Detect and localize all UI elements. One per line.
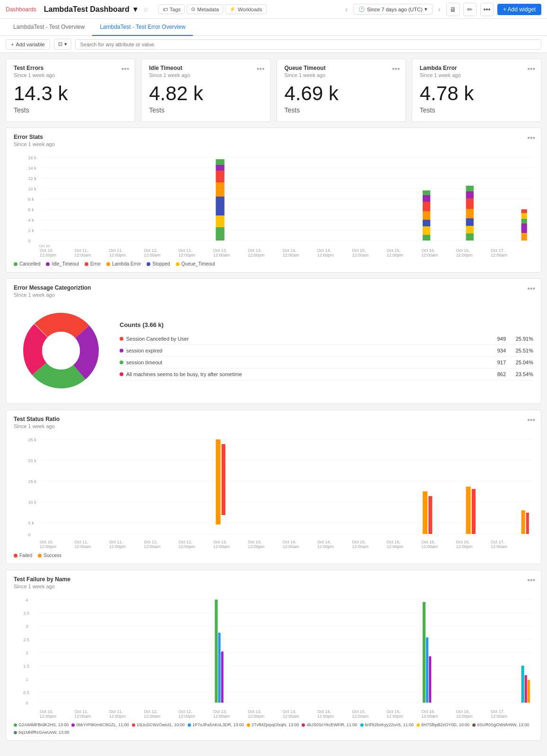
legend-stopped: Stopped	[147, 261, 170, 266]
next-arrow[interactable]: ›	[436, 5, 443, 14]
svg-rect-27	[423, 190, 430, 195]
test-failure-x-labels: Oct 10,12:00pm Oct 11,12:00am Oct 11,12:…	[14, 709, 533, 719]
tags-button[interactable]: 🏷 Tags	[158, 4, 185, 14]
lambda-error-label: Lambda Error	[112, 261, 141, 266]
svg-rect-36	[466, 198, 474, 209]
tab-test-overview[interactable]: LambdaTest - Test Overview	[6, 19, 92, 36]
chevron-down-icon: ▾	[425, 6, 427, 12]
svg-rect-26	[216, 227, 224, 241]
svg-text:0.5: 0.5	[23, 690, 29, 695]
edit-icon: ✏	[467, 6, 473, 13]
donut-dot-1	[120, 349, 123, 352]
failure-legend-6: 6rIFk2bxKyy22nA5, 11:00	[360, 722, 414, 727]
failure-dot-7	[417, 723, 420, 727]
svg-rect-34	[466, 186, 474, 191]
legend-error: Error	[85, 261, 101, 266]
add-widget-button[interactable]: + Add widget	[497, 4, 541, 15]
donut-dot-0	[120, 337, 123, 341]
legend-success: Success	[38, 553, 61, 558]
failure-dot-9	[14, 731, 17, 734]
test-status-more[interactable]: •••	[527, 416, 535, 424]
tab-test-error-overview-label: LambdaTest - Test Error Overview	[100, 24, 185, 30]
svg-rect-30	[423, 211, 430, 220]
metadata-label: Metadata	[197, 7, 219, 12]
svg-text:20 k: 20 k	[28, 458, 37, 463]
idle-timeout-dot	[46, 262, 50, 266]
star-icon[interactable]: ☆	[143, 6, 149, 13]
svg-text:2 k: 2 k	[28, 228, 35, 233]
test-failure-title: Test Failure by Name	[14, 576, 533, 583]
plus-icon: +	[11, 42, 14, 47]
failure-label-7: 6H7SlhpB2zOY0D, 10:00	[421, 722, 469, 727]
svg-rect-29	[423, 202, 430, 211]
stat-card-test-errors-subtitle: Since 1 week ago	[14, 72, 127, 78]
stat-card-test-errors-more[interactable]: •••	[121, 65, 129, 73]
add-variable-label: Add variable	[16, 42, 44, 47]
breadcrumb[interactable]: Dashboards	[6, 6, 36, 13]
error-message-more[interactable]: •••	[527, 284, 535, 293]
stat-card-queue-timeout-value: 4.69 k	[285, 84, 398, 103]
test-failure-subtitle: Since 1 week ago	[14, 584, 533, 589]
test-failure-more[interactable]: •••	[527, 576, 535, 584]
donut-row-3: All machines seems to be busy, try after…	[120, 369, 533, 380]
filter-button[interactable]: ⊡ ▾	[54, 39, 71, 50]
stat-card-queue-timeout-more[interactable]: •••	[392, 65, 400, 73]
donut-count-2: 917	[482, 360, 506, 365]
svg-rect-93	[426, 637, 428, 703]
stat-cards-row: Test Errors Since 1 week ago ••• 14.3 k …	[6, 59, 541, 122]
svg-rect-42	[521, 213, 527, 219]
test-status-subtitle: Since 1 week ago	[14, 423, 533, 429]
failure-legend-4: 2TvfMZpIpqOlxqN, 13:00	[247, 722, 299, 727]
svg-rect-66	[428, 496, 432, 534]
stopped-label: Stopped	[152, 261, 170, 266]
failure-legend-9: 6q1Ml4fRxGAeUvW, 13:00	[14, 730, 69, 735]
monitor-button[interactable]: 🖥	[446, 3, 460, 16]
workloads-button[interactable]: ⚡ Workloads	[225, 4, 267, 14]
svg-text:3.5: 3.5	[23, 611, 29, 616]
filter-icon: ⊡	[58, 41, 62, 47]
test-status-svg: 25 k 20 k 15 k 10 k 5 k 0	[14, 435, 533, 539]
time-selector[interactable]: 🕐 Since 7 days ago (UTC) ▾	[353, 4, 432, 15]
stat-card-queue-timeout: Queue Timeout Since 1 week ago ••• 4.69 …	[277, 59, 406, 122]
donut-row-1: session expired 934 25.51%	[120, 345, 533, 357]
stat-card-idle-timeout-more[interactable]: •••	[257, 65, 265, 73]
donut-pct-1: 25.51%	[510, 348, 533, 353]
stat-card-idle-timeout-unit: Tests	[149, 106, 262, 114]
svg-text:15 k: 15 k	[28, 479, 37, 484]
svg-text:0: 0	[26, 701, 28, 705]
more-button[interactable]: •••	[480, 3, 494, 16]
edit-button[interactable]: ✏	[463, 3, 477, 16]
metadata-button[interactable]: ⊙ Metadata	[187, 4, 223, 14]
search-input[interactable]	[75, 39, 541, 50]
tab-test-error-overview[interactable]: LambdaTest - Test Error Overview	[92, 19, 193, 36]
failure-legend-5: 4bJS0ScYkcEWFiR, 11:00	[302, 722, 357, 727]
donut-data-table: Counts (3.66 k) Session Cancelled by Use…	[120, 321, 533, 380]
svg-text:4: 4	[26, 598, 28, 602]
svg-rect-97	[528, 680, 530, 703]
donut-count-0: 949	[482, 336, 506, 342]
test-status-chart: 25 k 20 k 15 k 10 k 5 k 0	[14, 435, 533, 539]
failure-dot-5	[302, 723, 305, 727]
svg-rect-25	[216, 215, 224, 227]
test-status-panel: Test Status Ratio Since 1 week ago ••• 2…	[6, 410, 541, 564]
stat-card-lambda-error-more[interactable]: •••	[527, 65, 535, 73]
svg-text:12 k: 12 k	[28, 176, 37, 181]
error-label: Error	[90, 261, 101, 266]
error-stats-panel: Error Stats Since 1 week ago ••• 16 k 14…	[6, 128, 541, 273]
stat-card-idle-timeout-title: Idle Timeout	[149, 65, 262, 71]
legend-failed: Failed	[14, 553, 32, 558]
svg-text:1: 1	[26, 677, 28, 682]
top-right-controls: ‹ 🕐 Since 7 days ago (UTC) ▾ › 🖥 ✏ ••• +…	[343, 3, 541, 16]
svg-rect-31	[423, 220, 430, 226]
donut-count-3: 862	[482, 371, 506, 377]
lambda-error-dot	[106, 262, 110, 266]
error-stats-more[interactable]: •••	[527, 134, 535, 142]
legend-lambda-error: Lambda Error	[106, 261, 141, 266]
prev-arrow[interactable]: ‹	[343, 5, 349, 14]
svg-rect-69	[521, 510, 525, 534]
queue-timeout-dot	[176, 262, 180, 266]
svg-rect-39	[466, 226, 474, 233]
add-variable-button[interactable]: + Add variable	[6, 39, 50, 50]
dropdown-arrow[interactable]: ▾	[133, 5, 137, 14]
time-selector-label: Since 7 days ago (UTC)	[367, 7, 422, 12]
